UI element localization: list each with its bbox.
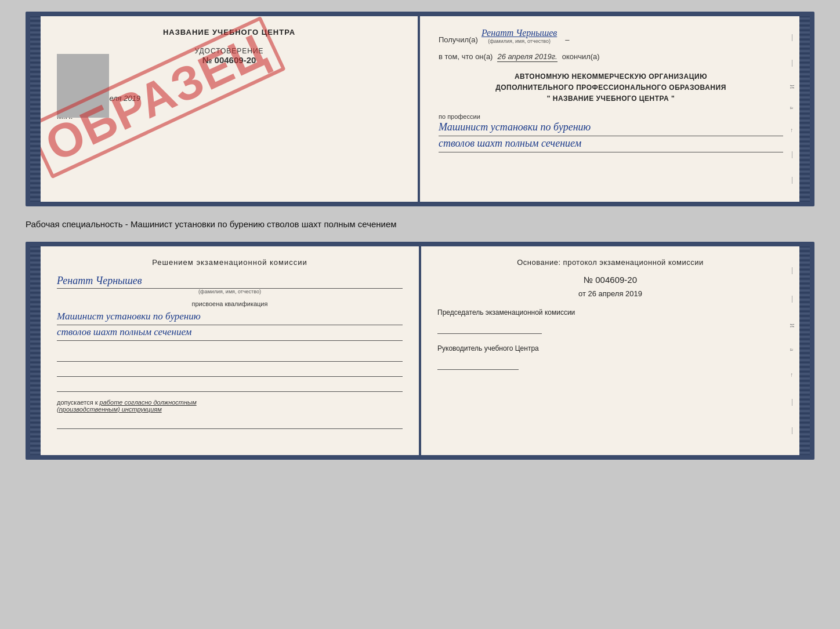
- qualification-line1: Машинист установки по бурению: [57, 310, 403, 325]
- bottom-document-row: Решением экзаменационной комиссии Ренатт…: [26, 242, 814, 460]
- sig-line-3: [57, 380, 403, 392]
- right-side-deco: И а ←: [788, 16, 796, 202]
- signature-lines: [57, 350, 403, 392]
- sig-line-2: [57, 365, 403, 377]
- director-label: Руководитель учебного Центра: [437, 343, 783, 354]
- profession-label: по профессии: [439, 113, 783, 120]
- bottom-left-spine: [30, 246, 41, 455]
- bottom-left-title: Решением экзаменационной комиссии: [57, 258, 403, 267]
- bottom-right-page: Основание: протокол экзаменационной коми…: [421, 246, 799, 455]
- работе-label: работе согласно должностным: [100, 399, 197, 406]
- profession-block: по профессии Машинист установки по бурен…: [439, 113, 783, 152]
- date-prefix: в том, что он(а): [439, 52, 493, 61]
- bottom-fio-hint: (фамилия, имя, отчество): [57, 289, 403, 294]
- допускается-block: допускается к работе согласно должностны…: [57, 399, 403, 413]
- protocol-number-value: № 004609-20: [584, 275, 637, 285]
- date-line: в том, что он(а) 26 апреля 2019г. окончи…: [439, 52, 783, 62]
- protocol-number: № 004609-20: [437, 275, 783, 285]
- profession-line2: стволов шахт полным сечением: [439, 136, 783, 152]
- qualification-label-text: присвоена квалификация: [57, 300, 403, 307]
- specialty-label: Рабочая специальность - Машинист установ…: [26, 217, 814, 231]
- bottom-right-title: Основание: протокол экзаменационной коми…: [437, 258, 783, 267]
- chairman-sig-line: [437, 322, 542, 334]
- dash-separator: –: [565, 35, 569, 44]
- left-spine: [30, 16, 41, 202]
- chairman-label: Председатель экзаменационной комиссии: [437, 307, 783, 318]
- date-suffix: окончил(а): [562, 52, 600, 61]
- date-value: 26 апреля 2019г.: [497, 52, 557, 62]
- org-line1: АВТОНОМНУЮ НЕКОММЕРЧЕСКУЮ ОРГАНИЗАЦИЮ: [439, 71, 783, 82]
- photo-box: [57, 54, 109, 118]
- bottom-right-side-deco: И а ←: [788, 246, 796, 455]
- director-sig-line: [437, 358, 519, 370]
- qualification-line2: стволов шахт полным сечением: [57, 325, 403, 341]
- bottom-name: Ренатт Чернышев: [57, 275, 403, 289]
- sig-line-bottom: [57, 417, 403, 429]
- protocol-date-value: 26 апреля 2019: [588, 289, 643, 298]
- bottom-left-page: Решением экзаменационной комиссии Ренатт…: [41, 246, 419, 455]
- org-block: АВТОНОМНУЮ НЕКОММЕРЧЕСКУЮ ОРГАНИЗАЦИЮ ДО…: [439, 71, 783, 105]
- допускается-label: допускается к: [57, 399, 98, 406]
- bottom-name-block: Ренатт Чернышев (фамилия, имя, отчество): [57, 275, 403, 294]
- top-left-title: НАЗВАНИЕ УЧЕБНОГО ЦЕНТРА: [57, 28, 401, 37]
- protocol-date: от 26 апреля 2019: [437, 289, 783, 298]
- sig-line-1: [57, 350, 403, 362]
- received-name: Ренатт Чернышев: [481, 28, 557, 38]
- org-line2: ДОПОЛНИТЕЛЬНОГО ПРОФЕССИОНАЛЬНОГО ОБРАЗО…: [439, 82, 783, 93]
- инструкции-label: (производственным) инструкциям: [57, 406, 162, 413]
- fio-hint-top: (фамилия, имя, отчество): [488, 38, 551, 44]
- top-left-page: НАЗВАНИЕ УЧЕБНОГО ЦЕНТРА ОБРАЗЕЦ УДОСТОВ…: [41, 16, 418, 202]
- right-spine-bottom: [799, 246, 810, 455]
- top-document-row: НАЗВАНИЕ УЧЕБНОГО ЦЕНТРА ОБРАЗЕЦ УДОСТОВ…: [26, 12, 814, 206]
- chairman-block: Председатель экзаменационной комиссии: [437, 307, 783, 334]
- protocol-date-prefix: от: [578, 289, 586, 298]
- right-spine-top: [799, 16, 810, 202]
- profession-line1: Машинист установки по бурению: [439, 120, 783, 136]
- director-block: Руководитель учебного Центра: [437, 343, 783, 370]
- received-line: Получил(а) Ренатт Чернышев (фамилия, имя…: [439, 28, 783, 44]
- org-line3: " НАЗВАНИЕ УЧЕБНОГО ЦЕНТРА ": [439, 93, 783, 104]
- top-right-page: Получил(а) Ренатт Чернышев (фамилия, имя…: [420, 16, 799, 202]
- received-label: Получил(а): [439, 35, 478, 44]
